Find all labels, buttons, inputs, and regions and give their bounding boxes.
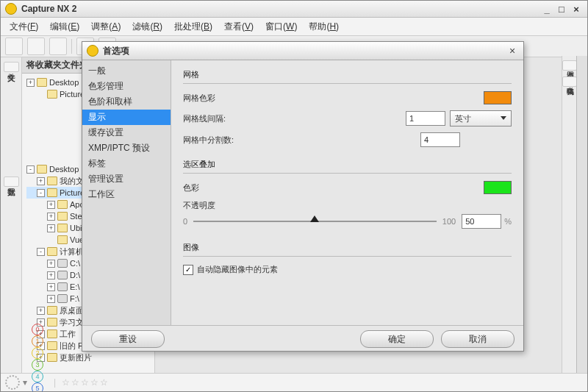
disk-icon xyxy=(57,259,68,268)
nav-item[interactable]: 显示 xyxy=(82,110,171,125)
label-pill[interactable]: 5 xyxy=(32,382,43,392)
folder-icon xyxy=(57,224,68,232)
dialog-close-button[interactable]: × xyxy=(506,45,519,57)
label-pill[interactable]: 2 xyxy=(32,347,43,359)
nav-item[interactable]: 一般 xyxy=(82,63,171,79)
app-logo-icon xyxy=(5,3,17,15)
tree-item-name: E:\ xyxy=(70,281,79,293)
expand-icon[interactable]: + xyxy=(47,295,55,303)
gear-icon[interactable] xyxy=(5,375,20,390)
nav-item[interactable]: 工作区 xyxy=(82,187,171,202)
tree-item-name: 更新图片 xyxy=(60,352,92,363)
label-pill[interactable]: 0 xyxy=(32,324,43,335)
menu-view[interactable]: 查看(V) xyxy=(218,19,259,35)
tree-item[interactable]: + 更新图片 xyxy=(26,352,150,363)
toolbar-button[interactable] xyxy=(5,38,23,55)
toolbar-button[interactable] xyxy=(27,38,45,55)
nav-item[interactable]: 色彩管理 xyxy=(82,79,171,94)
vertical-scrollbar[interactable] xyxy=(576,56,587,374)
opacity-input[interactable]: 50 xyxy=(462,214,501,229)
folder-icon xyxy=(57,200,68,209)
overlay-color-swatch[interactable] xyxy=(484,181,512,194)
reset-button[interactable]: 重设 xyxy=(91,330,165,348)
menu-adjust[interactable]: 调整(A) xyxy=(85,19,126,35)
label-pill[interactable]: 4 xyxy=(32,371,43,382)
grid-spacing-unit-select[interactable]: 英寸 xyxy=(450,110,512,126)
dialog-footer: 重设 确定 取消 xyxy=(82,325,523,352)
cancel-button[interactable]: 取消 xyxy=(441,330,514,348)
dialog-title-bar: 首选项 × xyxy=(82,42,523,60)
expand-icon[interactable]: + xyxy=(47,213,55,221)
preferences-dialog: 首选项 × 一般色彩管理色阶和取样显示缓存设置XMP/IPTC 预设标签管理设置… xyxy=(82,41,524,352)
nav-item[interactable]: 标签 xyxy=(82,156,171,171)
disk-icon xyxy=(57,294,68,303)
expand-icon[interactable]: + xyxy=(37,307,45,315)
label-pill[interactable]: 3 xyxy=(32,359,43,371)
opacity-min: 0 xyxy=(183,217,187,226)
sidetab-folders[interactable]: 文件夹 xyxy=(4,62,19,72)
folder-icon xyxy=(47,90,57,99)
expand-icon[interactable]: + xyxy=(47,201,55,209)
expand-icon[interactable]: + xyxy=(37,177,45,185)
grid-subdiv-input[interactable]: 4 xyxy=(420,132,460,147)
opacity-slider-thumb[interactable] xyxy=(310,215,319,222)
nav-item[interactable]: XMP/IPTC 预设 xyxy=(82,140,171,156)
menu-help[interactable]: 帮助(H) xyxy=(303,19,345,35)
minimize-button[interactable]: _ xyxy=(540,4,553,14)
disk-icon xyxy=(57,271,68,279)
expand-icon[interactable]: + xyxy=(26,79,35,87)
opacity-slider[interactable] xyxy=(193,221,437,222)
folder-icon xyxy=(37,165,47,174)
menu-window[interactable]: 窗口(W) xyxy=(259,19,303,35)
menu-edit[interactable]: 编辑(E) xyxy=(44,19,85,35)
app-title: Capture NX 2 xyxy=(21,4,76,14)
tree-item-name: F:\ xyxy=(70,293,79,304)
grid-spacing-label: 网格线间隔: xyxy=(183,113,264,124)
grid-color-swatch[interactable] xyxy=(484,91,512,104)
folder-icon xyxy=(57,212,68,221)
dialog-logo-icon xyxy=(87,45,98,57)
label-pill[interactable]: 1 xyxy=(32,335,43,347)
opacity-max: 100 xyxy=(442,217,456,226)
tree-item-name: D:\ xyxy=(70,269,80,281)
overlay-color-label: 色彩 xyxy=(183,182,264,193)
separator xyxy=(183,173,512,174)
ok-button[interactable]: 确定 xyxy=(360,330,434,348)
expand-icon[interactable]: - xyxy=(37,248,45,256)
title-bar: Capture NX 2 _ □ × xyxy=(1,1,587,18)
side-tabs-right: 浏览器 鸟瞰镜头 xyxy=(562,56,577,374)
folder-name: Desktop xyxy=(49,76,79,88)
menu-filter[interactable]: 滤镜(R) xyxy=(126,19,168,35)
group-overlay-title: 选区叠加 xyxy=(183,159,512,170)
menu-file[interactable]: 文件(F) xyxy=(4,19,44,35)
expand-icon[interactable]: - xyxy=(37,189,45,197)
grid-spacing-input[interactable]: 1 xyxy=(406,111,445,126)
rating-stars[interactable]: ☆☆☆☆☆ xyxy=(62,377,110,388)
toolbar-button[interactable] xyxy=(49,38,67,55)
group-grid-title: 网格 xyxy=(183,69,512,80)
sidetab-metadata[interactable]: 元数据 xyxy=(4,177,19,187)
menu-batch[interactable]: 批处理(B) xyxy=(168,19,218,35)
disk-icon xyxy=(57,282,68,291)
expand-icon[interactable]: + xyxy=(47,283,55,291)
tree-item-name: 计算机 xyxy=(60,246,84,257)
overlay-opacity-label: 不透明度 xyxy=(183,200,264,211)
expand-icon[interactable]: - xyxy=(26,165,35,174)
nav-item[interactable]: 管理设置 xyxy=(82,171,171,187)
autohide-checkbox[interactable]: ✓ xyxy=(183,265,193,275)
expand-icon[interactable]: + xyxy=(47,271,55,279)
sidetab-birdseye[interactable]: 鸟瞰镜头 xyxy=(562,76,577,87)
nav-item[interactable]: 缓存设置 xyxy=(82,125,171,140)
nav-item[interactable]: 色阶和取样 xyxy=(82,94,171,110)
maximize-button[interactable]: □ xyxy=(555,4,568,14)
status-bar: ▾ 0123456789 | ☆☆☆☆☆ xyxy=(1,373,587,391)
dialog-title: 首选项 xyxy=(103,45,129,57)
tree-item-name: 工作 xyxy=(60,328,76,340)
folder-icon xyxy=(47,177,57,185)
folder-icon xyxy=(47,247,57,256)
close-button[interactable]: × xyxy=(570,4,583,14)
sidetab-browser[interactable]: 浏览器 xyxy=(562,60,577,71)
expand-icon[interactable]: + xyxy=(47,224,55,232)
tree-item-name: C:\ xyxy=(70,257,80,269)
expand-icon[interactable]: + xyxy=(47,260,55,268)
